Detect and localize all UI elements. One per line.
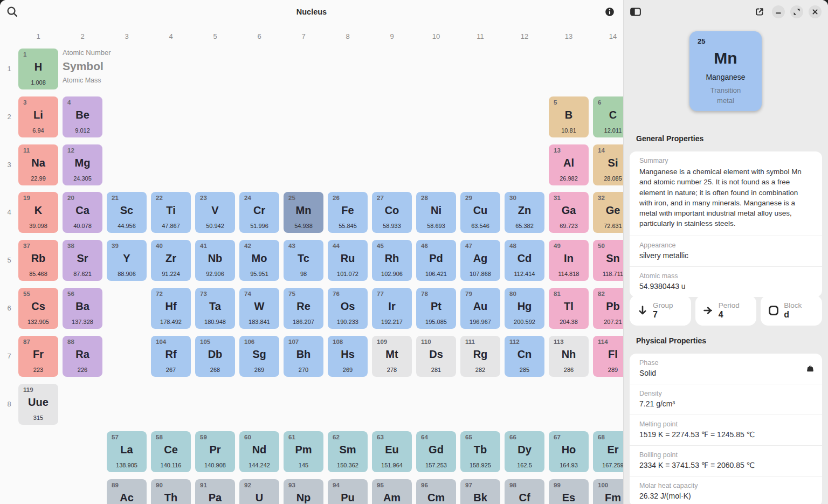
element-Sg[interactable]: 106Sg269 bbox=[239, 336, 279, 377]
element-Rb[interactable]: 37Rb85.468 bbox=[18, 240, 58, 281]
element-Sm[interactable]: 62Sm150.362 bbox=[328, 431, 368, 472]
element-W[interactable]: 74W183.841 bbox=[239, 288, 279, 329]
element-La[interactable]: 57La138.905 bbox=[107, 431, 147, 472]
element-Os[interactable]: 76Os190.233 bbox=[328, 288, 368, 329]
element-Ni[interactable]: 28Ni58.693 bbox=[416, 192, 456, 233]
cell-symbol: Pu bbox=[328, 492, 368, 504]
element-Sr[interactable]: 38Sr87.621 bbox=[63, 240, 102, 281]
element-Ti[interactable]: 22Ti47.867 bbox=[151, 192, 191, 233]
element-Cs[interactable]: 55Cs132.905 bbox=[18, 288, 58, 329]
element-K[interactable]: 19K39.098 bbox=[18, 192, 58, 233]
element-B[interactable]: 5B10.81 bbox=[549, 96, 589, 137]
element-Y[interactable]: 39Y88.906 bbox=[107, 240, 147, 281]
element-Ta[interactable]: 73Ta180.948 bbox=[195, 288, 235, 329]
element-Gd[interactable]: 64Gd157.253 bbox=[416, 431, 456, 472]
element-Ce[interactable]: 58Ce140.116 bbox=[151, 431, 191, 472]
element-Nb[interactable]: 41Nb92.906 bbox=[195, 240, 235, 281]
element-Pb[interactable]: 82Pb207.21 bbox=[593, 288, 623, 329]
cell-symbol: H bbox=[18, 61, 58, 73]
element-Rg[interactable]: 111Rg282 bbox=[460, 336, 500, 377]
element-Es[interactable]: 99Es bbox=[549, 479, 589, 504]
element-Hg[interactable]: 80Hg200.592 bbox=[505, 288, 544, 329]
element-Pu[interactable]: 94Pu bbox=[328, 479, 368, 504]
element-Db[interactable]: 105Db268 bbox=[195, 336, 235, 377]
element-Mg[interactable]: 12Mg24.305 bbox=[63, 144, 102, 185]
element-details-panel: 25 Mn Manganese Transition metal General… bbox=[623, 0, 828, 504]
element-Zr[interactable]: 40Zr91.224 bbox=[151, 240, 191, 281]
minimize-button[interactable] bbox=[772, 5, 785, 18]
element-Ra[interactable]: 88Ra226 bbox=[63, 336, 102, 377]
element-Ac[interactable]: 89Ac bbox=[107, 479, 147, 504]
element-Fm[interactable]: 100Fm bbox=[593, 479, 623, 504]
element-Na[interactable]: 11Na22.99 bbox=[18, 144, 58, 185]
element-Cm[interactable]: 96Cm bbox=[416, 479, 456, 504]
fact-card-group: Group7 bbox=[630, 295, 691, 326]
element-Pt[interactable]: 78Pt195.085 bbox=[416, 288, 456, 329]
element-Ca[interactable]: 20Ca40.078 bbox=[63, 192, 102, 233]
element-Nh[interactable]: 113Nh286 bbox=[549, 336, 589, 377]
element-Cr[interactable]: 24Cr51.996 bbox=[239, 192, 279, 233]
element-H[interactable]: 1H1.008 bbox=[18, 49, 58, 89]
element-Fr[interactable]: 87Fr223 bbox=[18, 336, 58, 377]
element-Zn[interactable]: 30Zn65.382 bbox=[505, 192, 544, 233]
maximize-button[interactable] bbox=[790, 5, 803, 18]
element-Sn[interactable]: 50Sn118.711 bbox=[593, 240, 623, 281]
element-Er[interactable]: 68Er167.259 bbox=[593, 431, 623, 472]
element-Np[interactable]: 93Np bbox=[284, 479, 323, 504]
element-Li[interactable]: 3Li6.94 bbox=[18, 96, 58, 137]
element-Pr[interactable]: 59Pr140.908 bbox=[195, 431, 235, 472]
element-In[interactable]: 49In114.818 bbox=[549, 240, 589, 281]
element-Hs[interactable]: 108Hs269 bbox=[328, 336, 368, 377]
element-C[interactable]: 6C12.011 bbox=[593, 96, 623, 137]
element-Dy[interactable]: 66Dy162.5 bbox=[505, 431, 544, 472]
close-button[interactable] bbox=[809, 5, 822, 18]
element-Hf[interactable]: 72Hf178.492 bbox=[151, 288, 191, 329]
element-Pa[interactable]: 91Pa bbox=[195, 479, 235, 504]
element-Ag[interactable]: 47Ag107.868 bbox=[460, 240, 500, 281]
element-Ga[interactable]: 31Ga69.723 bbox=[549, 192, 589, 233]
element-Bh[interactable]: 107Bh270 bbox=[284, 336, 323, 377]
fact-card-period: Period4 bbox=[695, 295, 757, 326]
element-Am[interactable]: 95Am bbox=[372, 479, 412, 504]
element-Si[interactable]: 14Si28.085 bbox=[593, 144, 623, 185]
property-label: Molar heat capacity bbox=[639, 482, 812, 489]
element-Be[interactable]: 4Be9.012 bbox=[63, 96, 102, 137]
element-Eu[interactable]: 63Eu151.964 bbox=[372, 431, 412, 472]
element-Tc[interactable]: 43Tc98 bbox=[284, 240, 323, 281]
element-Rf[interactable]: 104Rf267 bbox=[151, 336, 191, 377]
element-Ba[interactable]: 56Ba137.328 bbox=[63, 288, 102, 329]
element-Cd[interactable]: 48Cd112.414 bbox=[505, 240, 544, 281]
element-Ir[interactable]: 77Ir192.217 bbox=[372, 288, 412, 329]
element-Tb[interactable]: 65Tb158.925 bbox=[460, 431, 500, 472]
element-Mo[interactable]: 42Mo95.951 bbox=[239, 240, 279, 281]
element-Ds[interactable]: 110Ds281 bbox=[416, 336, 456, 377]
element-Pm[interactable]: 61Pm145 bbox=[284, 431, 323, 472]
element-Au[interactable]: 79Au196.967 bbox=[460, 288, 500, 329]
element-Bk[interactable]: 97Bk bbox=[460, 479, 500, 504]
element-Tl[interactable]: 81Tl204.38 bbox=[549, 288, 589, 329]
element-Th[interactable]: 90Th bbox=[151, 479, 191, 504]
element-Al[interactable]: 13Al26.982 bbox=[549, 144, 589, 185]
element-Re[interactable]: 75Re186.207 bbox=[284, 288, 323, 329]
element-Nd[interactable]: 60Nd144.242 bbox=[239, 431, 279, 472]
element-Cn[interactable]: 112Cn285 bbox=[505, 336, 544, 377]
open-external-button[interactable] bbox=[755, 7, 764, 17]
element-V[interactable]: 23V50.942 bbox=[195, 192, 235, 233]
element-Ge[interactable]: 32Ge72.631 bbox=[593, 192, 623, 233]
element-Ru[interactable]: 44Ru101.072 bbox=[328, 240, 368, 281]
element-U[interactable]: 92U bbox=[239, 479, 279, 504]
element-Rh[interactable]: 45Rh102.906 bbox=[372, 240, 412, 281]
element-Cu[interactable]: 29Cu63.546 bbox=[460, 192, 500, 233]
element-Mn[interactable]: 25Mn54.938 bbox=[284, 192, 323, 233]
about-button[interactable] bbox=[605, 7, 615, 17]
element-Mt[interactable]: 109Mt278 bbox=[372, 336, 412, 377]
element-Fe[interactable]: 26Fe55.845 bbox=[328, 192, 368, 233]
element-Pd[interactable]: 46Pd106.421 bbox=[416, 240, 456, 281]
element-Co[interactable]: 27Co58.933 bbox=[372, 192, 412, 233]
sidebar-toggle-button[interactable] bbox=[630, 7, 641, 17]
element-Cf[interactable]: 98Cf bbox=[505, 479, 544, 504]
element-Ho[interactable]: 67Ho164.93 bbox=[549, 431, 589, 472]
element-Fl[interactable]: 114Fl289 bbox=[593, 336, 623, 377]
element-Sc[interactable]: 21Sc44.956 bbox=[107, 192, 147, 233]
element-Uue[interactable]: 119Uue315 bbox=[18, 384, 58, 425]
